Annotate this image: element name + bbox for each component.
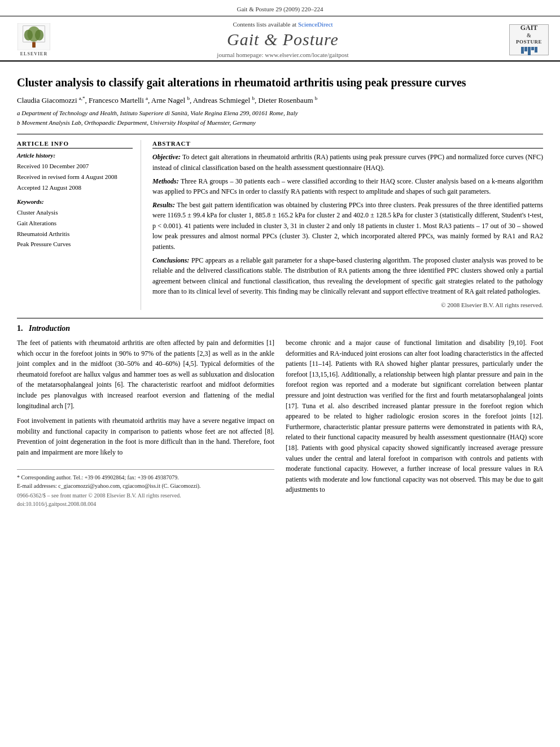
gait-logo-decoration <box>521 47 537 55</box>
gait-logo-line1: GAIT <box>520 24 538 32</box>
elsevier-text: ELSEVIER <box>20 51 47 56</box>
section-divider <box>17 318 543 318</box>
journal-header: Gait & Posture 29 (2009) 220–224 <box>0 0 560 16</box>
objective-text: To detect gait alterations in rheumatoid… <box>152 153 543 172</box>
authors-line: Claudia Giacomozzi a,*, Francesco Martel… <box>17 95 543 105</box>
objective-label: Objective: <box>152 153 181 161</box>
abstract-objective: Objective: To detect gait alterations in… <box>152 152 543 173</box>
issn-line: 0966-6362/$ – see front matter © 2008 El… <box>17 492 274 499</box>
info-dates: Received 10 December 2007 Received in re… <box>17 161 133 193</box>
affiliations: a Department of Technology and Health, I… <box>17 108 543 127</box>
footnotes-area: * Corresponding author. Tel.: +39 06 499… <box>17 469 274 507</box>
contents-prefix: Contents lists available at <box>233 21 298 28</box>
keyword-1: Cluster Analysis <box>17 207 133 218</box>
abstract-methods: Methods: Three RA groups – 30 patients e… <box>152 176 543 197</box>
elsevier-tree-icon <box>18 23 50 50</box>
abstract-conclusions: Conclusions: PPC appears as a reliable g… <box>152 255 543 297</box>
keywords-list: Cluster Analysis Gait Alterations Rheuma… <box>17 207 133 250</box>
main-content: Cluster analysis to classify gait altera… <box>0 62 560 513</box>
intro-col1-p1: The feet of patients with rheumatoid art… <box>17 338 274 411</box>
keyword-4: Peak Pressure Curves <box>17 239 133 250</box>
methods-text: Three RA groups – 30 patients each – wer… <box>152 177 543 196</box>
intro-col2-p1: become chronic and a major cause of func… <box>286 338 543 495</box>
homepage-line: journal homepage: www.elsevier.com/locat… <box>62 51 504 58</box>
article-info-abstract-section: ARTICLE INFO Article history: Received 1… <box>17 134 543 310</box>
article-info-heading: ARTICLE INFO <box>17 140 133 148</box>
abstract-text: Objective: To detect gait alterations in… <box>152 152 543 310</box>
email-note: E-mail addresses: c_giacomozzi@yahoo.com… <box>17 482 274 490</box>
email-addresses: c_giacomozzi@yahoo.com, cgiacomo@iss.it … <box>58 483 200 489</box>
corresponding-author-note: * Corresponding author. Tel.: +39 06 499… <box>17 473 274 482</box>
intro-body-two-col: The feet of patients with rheumatoid art… <box>17 338 543 507</box>
sciencedirect-link[interactable]: ScienceDirect <box>298 21 333 28</box>
copyright-line: © 2008 Elsevier B.V. All rights reserved… <box>152 300 543 310</box>
results-label: Results: <box>152 201 175 209</box>
affiliation-a: a Department of Technology and Health, I… <box>17 108 543 118</box>
revised-date: Received in revised form 4 August 2008 <box>17 172 133 182</box>
contents-line: Contents lists available at ScienceDirec… <box>62 21 504 28</box>
gait-logo-line2: POSTURE <box>516 39 542 45</box>
svg-point-4 <box>24 29 33 40</box>
keywords-label: Keywords: <box>17 198 133 205</box>
page-container: Gait & Posture 29 (2009) 220–224 ELSEVIE… <box>0 0 560 747</box>
intro-heading: Introduction <box>29 324 70 333</box>
conclusions-text: PPC appears as a reliable gait parameter… <box>152 256 543 296</box>
abstract-heading: ABSTRACT <box>152 140 543 148</box>
article-info-col: ARTICLE INFO Article history: Received 1… <box>17 140 141 310</box>
journal-banner: ELSEVIER Contents lists available at Sci… <box>0 19 560 62</box>
keyword-2: Gait Alterations <box>17 218 133 229</box>
intro-section: 1. Introduction The feet of patients wit… <box>17 324 543 507</box>
journal-title-area: Contents lists available at ScienceDirec… <box>56 21 509 58</box>
svg-point-5 <box>35 29 43 40</box>
gait-logo-ampersand: & <box>527 32 531 39</box>
abstract-results: Results: The best gait pattern identific… <box>152 200 543 252</box>
conclusions-label: Conclusions: <box>152 256 189 264</box>
intro-col1: The feet of patients with rheumatoid art… <box>17 338 274 507</box>
elsevier-logo-area: ELSEVIER <box>11 23 56 56</box>
author-giacomozzi: Claudia Giacomozzi a,*, Francesco Martel… <box>17 96 317 104</box>
intro-number: 1. <box>17 324 23 333</box>
intro-col1-p2: Foot involvement in patients with rheuma… <box>17 416 274 457</box>
gait-posture-logo: GAIT & POSTURE <box>509 24 549 55</box>
results-text: The best gait pattern identification was… <box>152 201 543 251</box>
intro-title: 1. Introduction <box>17 324 543 333</box>
article-title: Cluster analysis to classify gait altera… <box>17 75 543 90</box>
affiliation-b: b Movement Analysis Lab, Orthopaedic Dep… <box>17 118 543 128</box>
svg-rect-6 <box>32 42 36 47</box>
accepted-date: Accepted 12 August 2008 <box>17 182 133 193</box>
history-label: Article history: <box>17 152 133 159</box>
journal-title-banner: Gait & Posture <box>62 30 504 49</box>
keyword-3: Rheumatoid Arthritis <box>17 229 133 239</box>
citation-text: Gait & Posture 29 (2009) 220–224 <box>237 6 323 12</box>
intro-col2: become chronic and a major cause of func… <box>286 338 543 507</box>
doi-line: doi:10.1016/j.gaitpost.2008.08.004 <box>17 501 274 507</box>
abstract-col: ABSTRACT Objective: To detect gait alter… <box>152 140 543 310</box>
email-label: E-mail addresses: <box>17 483 57 489</box>
methods-label: Methods: <box>152 177 179 185</box>
received-date: Received 10 December 2007 <box>17 161 133 172</box>
